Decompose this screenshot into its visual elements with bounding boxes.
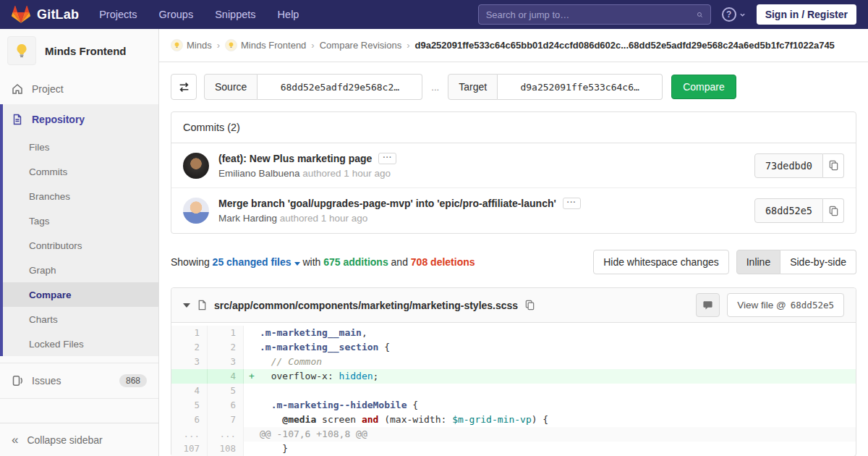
old-line-number[interactable]: ... (171, 427, 208, 442)
lightbulb-icon (173, 41, 181, 49)
copy-icon (828, 160, 839, 171)
diff-line-code: @media screen and (max-width: $m-grid-mi… (244, 413, 856, 427)
diff-line: 56 .m-marketing--hideMobile { (171, 398, 856, 413)
diff-line: 33 // Common (171, 355, 856, 369)
sidebar-item-charts[interactable]: Charts (3, 307, 158, 332)
showing-label: Showing (171, 256, 210, 268)
sidebar-item-files[interactable]: Files (3, 135, 158, 159)
sidebar-item-repository[interactable]: Repository (3, 104, 158, 135)
expand-commit-message-button[interactable]: ··· (563, 198, 581, 209)
old-line-number[interactable]: 2 (171, 340, 208, 355)
code-token: .m-marketing--hideMobile (271, 400, 407, 410)
swap-revisions-button[interactable] (171, 74, 197, 100)
commit-title-link[interactable]: (feat): New Plus marketing page (218, 153, 372, 164)
sidebar-item-issues[interactable]: Issues 868 (0, 363, 158, 399)
sidebar-item-tags[interactable]: Tags (3, 208, 158, 233)
help-menu[interactable]: ? (722, 7, 746, 22)
breadcrumb-avatar (171, 39, 183, 51)
breadcrumb-separator: › (311, 40, 314, 51)
commit-author-avatar[interactable] (183, 153, 209, 179)
old-line-number[interactable]: 3 (171, 355, 208, 369)
target-ref-dropdown[interactable]: d9a252091ffe533c64c6… (498, 74, 663, 100)
commit-author-avatar[interactable] (183, 198, 209, 224)
commit-title-link[interactable]: Merge branch 'goal/upgrades-page-mvp' in… (218, 198, 556, 209)
code-token: } (260, 443, 288, 454)
copy-icon (828, 206, 839, 216)
old-line-number[interactable] (171, 369, 208, 384)
expand-commit-message-button[interactable]: ··· (378, 153, 396, 164)
new-line-number[interactable]: 7 (208, 413, 244, 427)
source-ref-dropdown[interactable]: 68dd52e5adfd29e568c2… (258, 74, 422, 100)
sidebar-item-commits[interactable]: Commits (3, 159, 158, 184)
diff-file-panel: src/app/common/components/marketing/mark… (171, 287, 856, 456)
copy-sha-button[interactable] (823, 153, 844, 178)
project-context-header[interactable]: Minds Frontend (0, 29, 158, 74)
code-token (260, 371, 271, 381)
copy-sha-button[interactable] (823, 198, 844, 223)
view-file-hash: 68dd52e5 (791, 300, 834, 311)
old-line-number[interactable]: 1 (171, 326, 208, 340)
nav-link-projects[interactable]: Projects (99, 9, 137, 20)
new-line-number[interactable]: 6 (208, 398, 244, 413)
new-line-number[interactable]: 2 (208, 340, 244, 355)
diff-line-code: .m-marketing__section { (244, 340, 856, 355)
sidebar-item-contributors[interactable]: Contributors (3, 233, 158, 258)
hide-whitespace-button[interactable]: Hide whitespace changes (593, 250, 729, 274)
new-line-number[interactable]: ... (208, 427, 244, 442)
search-box[interactable] (478, 4, 711, 25)
commit-sha[interactable]: 68dd52e5 (754, 198, 823, 223)
nav-link-snippets[interactable]: Snippets (215, 9, 255, 20)
breadcrumb-current: d9a252091ffe533c64c65bb01d24ccfd086d602c… (414, 40, 834, 51)
diff-line-code: // Common (244, 355, 856, 369)
commit-author-name[interactable]: Mark Harding (218, 213, 277, 224)
sidebar-item-locked-files[interactable]: Locked Files (3, 332, 158, 356)
search-icon (697, 12, 703, 18)
copy-path-icon[interactable] (524, 300, 535, 311)
collapse-sidebar-button[interactable]: « Collapse sidebar (0, 423, 158, 456)
project-name: Minds Frontend (45, 45, 127, 57)
new-line-number[interactable]: 1 (208, 326, 244, 340)
inline-view-button[interactable]: Inline (736, 250, 780, 274)
old-line-number[interactable]: 5 (171, 398, 208, 413)
repository-subitems: FilesCommitsBranchesTagsContributorsGrap… (3, 135, 158, 356)
sidebar-item-project[interactable]: Project (0, 74, 158, 104)
issues-icon (12, 375, 23, 387)
diff-file-path[interactable]: src/app/common/components/marketing/mark… (214, 300, 518, 311)
commit-author-name[interactable]: Emiliano Balbuena (218, 168, 300, 179)
nav-link-help[interactable]: Help (278, 9, 299, 20)
old-line-number[interactable]: 107 (171, 442, 208, 456)
project-avatar (7, 36, 36, 65)
new-line-number[interactable]: 3 (208, 355, 244, 369)
old-line-number[interactable]: 4 (171, 384, 208, 398)
target-label: Target (448, 74, 498, 100)
breadcrumb-item-minds-frontend[interactable]: Minds Frontend (225, 39, 306, 51)
gitlab-logo[interactable]: GitLab (12, 5, 79, 24)
commit-sha[interactable]: 73dedbd0 (754, 153, 823, 178)
compare-button[interactable]: Compare (671, 75, 736, 99)
side-by-side-view-button[interactable]: Side-by-side (780, 250, 856, 274)
source-group: Source 68dd52e5adfd29e568c2… (204, 74, 422, 100)
old-line-number[interactable]: 6 (171, 413, 208, 427)
new-line-number[interactable]: 5 (208, 384, 244, 398)
new-line-number[interactable]: 108 (208, 442, 244, 456)
view-file-button[interactable]: View file @ 68dd52e5 (727, 293, 844, 317)
commit-meta: Emiliano Balbuena authored 1 hour ago (218, 168, 754, 179)
sign-in-button[interactable]: Sign in / Register (757, 4, 856, 25)
collapse-diff-caret[interactable] (183, 303, 190, 308)
new-line-number[interactable]: 4 (208, 369, 244, 384)
code-token: : (328, 371, 339, 381)
nav-link-groups[interactable]: Groups (159, 9, 194, 20)
breadcrumb-item-compare-revisions[interactable]: Compare Revisions (320, 40, 401, 51)
changed-files-dropdown[interactable]: 25 changed files (213, 256, 300, 268)
breadcrumb-item-minds[interactable]: Minds (171, 39, 212, 51)
sidebar-item-compare[interactable]: Compare (3, 282, 158, 307)
search-input[interactable] (486, 9, 697, 20)
code-token: { (407, 400, 419, 410)
sidebar-item-branches[interactable]: Branches (3, 184, 158, 208)
issues-count-badge: 868 (119, 374, 147, 387)
toggle-comments-button[interactable] (696, 293, 720, 317)
sidebar-item-label: Project (32, 83, 64, 95)
sidebar-item-graph[interactable]: Graph (3, 258, 158, 282)
source-label: Source (204, 74, 258, 100)
with-label: with (302, 256, 320, 268)
